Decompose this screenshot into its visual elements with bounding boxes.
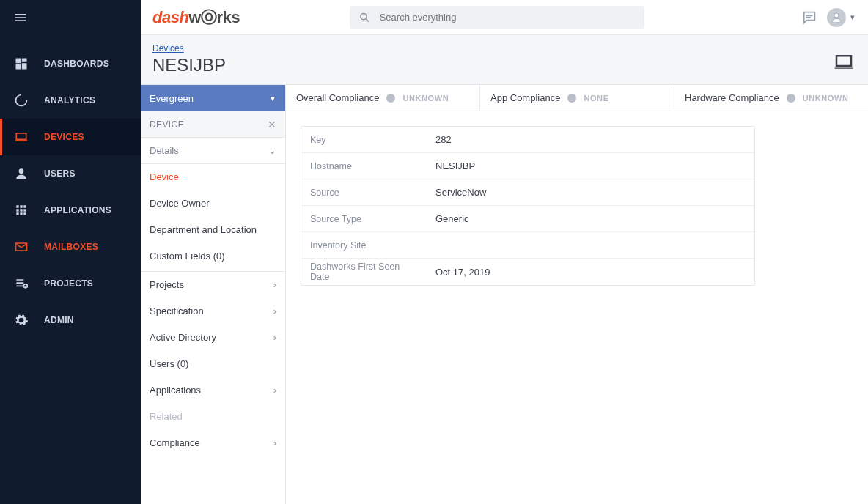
compliance-overall: Overall Compliance UNKNOWN xyxy=(286,85,480,111)
page-title: NESIJBP xyxy=(152,55,226,75)
nav-label: ADMIN xyxy=(44,315,74,325)
subnav-projects[interactable]: Projects› xyxy=(141,272,285,298)
apps-icon xyxy=(13,203,29,218)
compliance-app: App Compliance NONE xyxy=(480,85,674,111)
user-menu[interactable]: ▾ xyxy=(827,7,855,28)
subnav-users[interactable]: Users (0) xyxy=(141,351,285,377)
detail-rightarea: Overall Compliance UNKNOWN App Complianc… xyxy=(286,85,868,504)
detail-row: Inventory Site xyxy=(301,232,754,259)
nav-projects[interactable]: PROJECTS xyxy=(0,265,141,302)
subnav-related: Related xyxy=(141,404,285,430)
subnav-label: Active Directory xyxy=(150,332,216,343)
project-selector[interactable]: Evergreen ▼ xyxy=(141,85,285,111)
subnav-dept-location[interactable]: Department and Location xyxy=(141,217,285,243)
subnav-label: Related xyxy=(150,411,183,422)
logo: dashwⓞrks xyxy=(152,7,240,29)
hamburger-icon xyxy=(13,10,28,25)
device-detail-table: Key282 HostnameNESIJBP SourceServiceNow … xyxy=(301,126,755,286)
section-header-device: DEVICE ✕ xyxy=(141,111,285,138)
left-nav: DASHBOARDS ANALYTICS DEVICES USERS APPLI… xyxy=(0,0,141,504)
analytics-icon xyxy=(13,93,29,108)
chevron-right-icon: › xyxy=(273,305,276,316)
compliance-title: Overall Compliance xyxy=(296,92,379,103)
subnav-device-owner[interactable]: Device Owner xyxy=(141,190,285,217)
detail-row: HostnameNESIJBP xyxy=(301,153,754,179)
detail-label: Dashworks First Seen Date xyxy=(301,262,430,282)
laptop-icon xyxy=(13,130,29,144)
close-icon[interactable]: ✕ xyxy=(268,119,276,130)
detail-label: Key xyxy=(301,135,430,145)
chevron-right-icon: › xyxy=(273,279,276,290)
detail-value: ServiceNow xyxy=(430,187,492,198)
detail-label: Hostname xyxy=(301,161,430,171)
subnav-label: Device Owner xyxy=(150,198,210,209)
subnav-label: Compliance xyxy=(150,437,200,448)
nav-devices[interactable]: DEVICES xyxy=(0,119,141,155)
nav-label: APPLICATIONS xyxy=(44,205,111,215)
messages-button[interactable] xyxy=(799,7,820,28)
chevron-down-icon: ▾ xyxy=(850,12,855,22)
subnav-label: Custom Fields (0) xyxy=(150,251,225,262)
detail-row: Dashworks First Seen DateOct 17, 2019 xyxy=(301,259,754,285)
nav-label: MAILBOXES xyxy=(44,242,98,252)
search-icon xyxy=(358,11,371,24)
svg-point-0 xyxy=(16,95,27,106)
subnav-label: Projects xyxy=(150,279,184,290)
section-header-label: DEVICE xyxy=(150,119,184,130)
subnav-compliance[interactable]: Compliance› xyxy=(141,430,285,456)
detail-value: NESIJBP xyxy=(430,160,481,171)
detail-value: 282 xyxy=(430,134,457,145)
chevron-down-icon: ▼ xyxy=(269,94,276,103)
subnav-specification[interactable]: Specification› xyxy=(141,298,285,325)
mail-icon xyxy=(13,240,29,254)
projects-icon xyxy=(13,276,29,291)
nav-applications[interactable]: APPLICATIONS xyxy=(0,192,141,229)
dashboard-icon xyxy=(13,56,29,71)
detail-row: Key282 xyxy=(301,127,754,153)
nav-users[interactable]: USERS xyxy=(0,155,141,192)
chevron-down-icon: ⌄ xyxy=(268,145,276,156)
status-dot-icon xyxy=(386,94,395,103)
subnav-label: Applications xyxy=(150,385,201,396)
top-bar: dashwⓞrks ▾ xyxy=(141,0,868,35)
compliance-title: Hardware Compliance xyxy=(685,92,779,103)
breadcrumb-link[interactable]: Devices xyxy=(152,43,184,53)
compliance-title: App Compliance xyxy=(490,92,560,103)
subnav-label: Users (0) xyxy=(150,358,188,369)
svg-point-3 xyxy=(361,13,367,19)
subnav-active-directory[interactable]: Active Directory› xyxy=(141,325,285,351)
compliance-status: NONE xyxy=(584,94,608,103)
nav-dashboards[interactable]: DASHBOARDS xyxy=(0,45,141,82)
compliance-bar: Overall Compliance UNKNOWN App Complianc… xyxy=(286,85,868,111)
subnav-label: Details xyxy=(150,145,179,156)
compliance-status: UNKNOWN xyxy=(402,94,449,103)
avatar-icon xyxy=(827,8,846,27)
subnav-details[interactable]: Details ⌄ xyxy=(141,138,285,164)
laptop-icon xyxy=(833,51,855,73)
subnav-device[interactable]: Device xyxy=(141,164,285,190)
chevron-right-icon: › xyxy=(273,385,276,396)
nav-mailboxes[interactable]: MAILBOXES xyxy=(0,229,141,265)
subnav-applications[interactable]: Applications› xyxy=(141,377,285,404)
breadcrumb-zone: Devices NESIJBP xyxy=(141,35,868,85)
search-input[interactable] xyxy=(380,12,636,23)
nav-analytics[interactable]: ANALYTICS xyxy=(0,82,141,119)
chevron-right-icon: › xyxy=(273,437,276,448)
subnav-label: Specification xyxy=(150,305,204,316)
nav-label: ANALYTICS xyxy=(44,95,95,105)
breadcrumb: Devices xyxy=(152,42,226,53)
detail-subpanel: Evergreen ▼ DEVICE ✕ Details ⌄ Device De… xyxy=(141,85,286,504)
search-box[interactable] xyxy=(350,6,644,29)
subnav-custom-fields[interactable]: Custom Fields (0) xyxy=(141,243,285,270)
nav-label: PROJECTS xyxy=(44,278,93,289)
entity-type-icon-wrap xyxy=(833,51,855,75)
detail-label: Inventory Site xyxy=(301,240,430,251)
subnav-label: Department and Location xyxy=(150,224,257,235)
subnav-label: Device xyxy=(150,171,179,182)
status-dot-icon xyxy=(787,94,795,103)
project-selector-label: Evergreen xyxy=(150,93,194,104)
status-dot-icon xyxy=(567,94,576,103)
compliance-hardware: Hardware Compliance UNKNOWN xyxy=(674,85,868,111)
hamburger-button[interactable] xyxy=(0,0,141,35)
nav-admin[interactable]: ADMIN xyxy=(0,302,141,338)
